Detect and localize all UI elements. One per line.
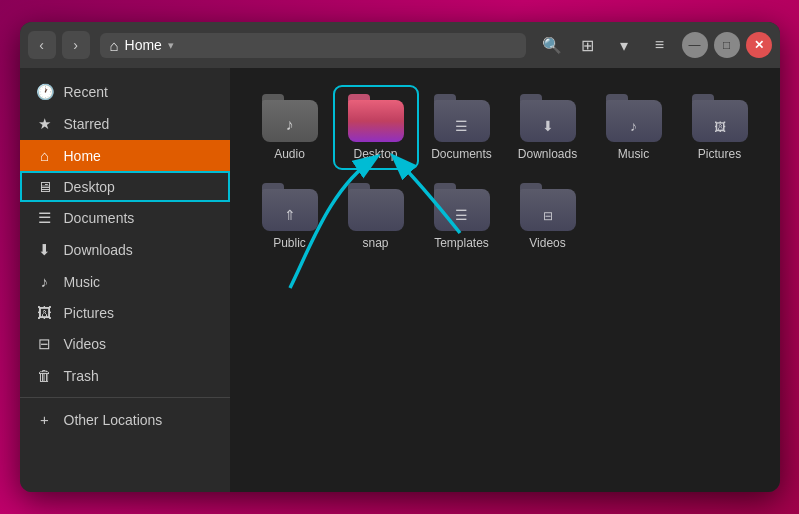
sidebar-item-videos[interactable]: ⊟ Videos <box>20 328 230 360</box>
file-audio-label: Audio <box>274 147 305 161</box>
sidebar-item-music-label: Music <box>64 274 101 290</box>
folder-snap-icon <box>348 183 404 231</box>
forward-icon: › <box>73 37 78 53</box>
titlebar-actions: 🔍 ⊞ ▾ ≡ — □ ✕ <box>536 31 772 59</box>
sidebar-divider <box>20 397 230 398</box>
sidebar-item-documents-label: Documents <box>64 210 135 226</box>
documents-folder-glyph: ☰ <box>455 118 468 134</box>
file-snap-label: snap <box>362 236 388 250</box>
pictures-sidebar-icon: 🖼 <box>36 304 54 321</box>
templates-folder-glyph: ☰ <box>455 207 468 223</box>
file-templates-label: Templates <box>434 236 489 250</box>
downloads-sidebar-icon: ⬇ <box>36 241 54 259</box>
sidebar-item-pictures-label: Pictures <box>64 305 115 321</box>
file-music-label: Music <box>618 147 649 161</box>
videos-folder-glyph: ⊟ <box>543 209 553 223</box>
sidebar-item-trash-label: Trash <box>64 368 99 384</box>
starred-icon: ★ <box>36 115 54 133</box>
file-music[interactable]: ♪ Music <box>594 88 674 167</box>
file-pictures[interactable]: 🖼 Pictures <box>680 88 760 167</box>
pictures-folder-glyph: 🖼 <box>714 120 726 134</box>
list-view-button[interactable]: ⊞ <box>572 31 604 59</box>
sidebar-item-videos-label: Videos <box>64 336 107 352</box>
folder-documents-icon: ☰ <box>434 94 490 142</box>
file-manager-window: ‹ › ⌂ Home ▾ 🔍 ⊞ ▾ ≡ — <box>20 22 780 492</box>
files-grid: ♪ Audio Desktop <box>250 88 760 256</box>
videos-sidebar-icon: ⊟ <box>36 335 54 353</box>
folder-music-icon: ♪ <box>606 94 662 142</box>
close-icon: ✕ <box>754 38 764 52</box>
maximize-button[interactable]: □ <box>714 32 740 58</box>
file-templates[interactable]: ☰ Templates <box>422 177 502 256</box>
music-folder-glyph: ♪ <box>630 118 637 134</box>
file-desktop[interactable]: Desktop <box>336 88 416 167</box>
desktop-sidebar-icon: 🖥 <box>36 178 54 195</box>
content-area: 🕐 Recent ★ Starred ⌂ Home 🖥 Desktop ☰ Do… <box>20 68 780 492</box>
sidebar-item-other-locations[interactable]: + Other Locations <box>20 404 230 435</box>
titlebar: ‹ › ⌂ Home ▾ 🔍 ⊞ ▾ ≡ — <box>20 22 780 68</box>
documents-sidebar-icon: ☰ <box>36 209 54 227</box>
minimize-icon: — <box>689 38 701 52</box>
file-public[interactable]: ⇑ Public <box>250 177 330 256</box>
folder-pictures-icon: 🖼 <box>692 94 748 142</box>
file-desktop-label: Desktop <box>353 147 397 161</box>
list-view-icon: ⊞ <box>581 36 594 55</box>
file-audio[interactable]: ♪ Audio <box>250 88 330 167</box>
location-text: Home <box>125 37 162 53</box>
file-documents[interactable]: ☰ Documents <box>422 88 502 167</box>
sidebar-item-trash[interactable]: 🗑 Trash <box>20 360 230 391</box>
sidebar-item-recent-label: Recent <box>64 84 108 100</box>
other-locations-icon: + <box>36 411 54 428</box>
main-file-area: ♪ Audio Desktop <box>230 68 780 492</box>
search-icon: 🔍 <box>542 36 562 55</box>
sidebar-item-desktop-label: Desktop <box>64 179 115 195</box>
sidebar-item-recent[interactable]: 🕐 Recent <box>20 76 230 108</box>
file-videos[interactable]: ⊟ Videos <box>508 177 588 256</box>
sidebar-item-home-label: Home <box>64 148 101 164</box>
view-options-icon: ▾ <box>620 36 628 55</box>
sidebar-item-downloads-label: Downloads <box>64 242 133 258</box>
audio-folder-glyph: ♪ <box>286 116 294 134</box>
sidebar-item-pictures[interactable]: 🖼 Pictures <box>20 297 230 328</box>
folder-templates-icon: ☰ <box>434 183 490 231</box>
sidebar-item-home[interactable]: ⌂ Home <box>20 140 230 171</box>
menu-button[interactable]: ≡ <box>644 31 676 59</box>
sidebar-item-starred[interactable]: ★ Starred <box>20 108 230 140</box>
trash-sidebar-icon: 🗑 <box>36 367 54 384</box>
sidebar-item-documents[interactable]: ☰ Documents <box>20 202 230 234</box>
sidebar-item-downloads[interactable]: ⬇ Downloads <box>20 234 230 266</box>
close-button[interactable]: ✕ <box>746 32 772 58</box>
recent-icon: 🕐 <box>36 83 54 101</box>
folder-videos-icon: ⊟ <box>520 183 576 231</box>
home-icon: ⌂ <box>110 37 119 54</box>
sidebar-item-starred-label: Starred <box>64 116 110 132</box>
minimize-button[interactable]: — <box>682 32 708 58</box>
back-icon: ‹ <box>39 37 44 53</box>
file-pictures-label: Pictures <box>698 147 741 161</box>
file-downloads[interactable]: ⬇ Downloads <box>508 88 588 167</box>
file-downloads-label: Downloads <box>518 147 577 161</box>
file-documents-label: Documents <box>431 147 492 161</box>
sidebar-item-music[interactable]: ♪ Music <box>20 266 230 297</box>
hamburger-icon: ≡ <box>655 36 664 54</box>
sidebar-item-desktop[interactable]: 🖥 Desktop <box>20 171 230 202</box>
forward-button[interactable]: › <box>62 31 90 59</box>
file-videos-label: Videos <box>529 236 565 250</box>
file-snap[interactable]: snap <box>336 177 416 256</box>
sidebar: 🕐 Recent ★ Starred ⌂ Home 🖥 Desktop ☰ Do… <box>20 68 230 492</box>
maximize-icon: □ <box>723 38 730 52</box>
downloads-folder-glyph: ⬇ <box>542 118 554 134</box>
home-sidebar-icon: ⌂ <box>36 147 54 164</box>
back-button[interactable]: ‹ <box>28 31 56 59</box>
chevron-down-icon: ▾ <box>168 39 174 52</box>
public-folder-glyph: ⇑ <box>284 207 296 223</box>
search-button[interactable]: 🔍 <box>536 31 568 59</box>
music-sidebar-icon: ♪ <box>36 273 54 290</box>
view-options-button[interactable]: ▾ <box>608 31 640 59</box>
folder-audio-icon: ♪ <box>262 94 318 142</box>
folder-public-icon: ⇑ <box>262 183 318 231</box>
folder-desktop-icon <box>348 94 404 142</box>
folder-downloads-icon: ⬇ <box>520 94 576 142</box>
sidebar-item-other-label: Other Locations <box>64 412 163 428</box>
location-bar[interactable]: ⌂ Home ▾ <box>100 33 526 58</box>
